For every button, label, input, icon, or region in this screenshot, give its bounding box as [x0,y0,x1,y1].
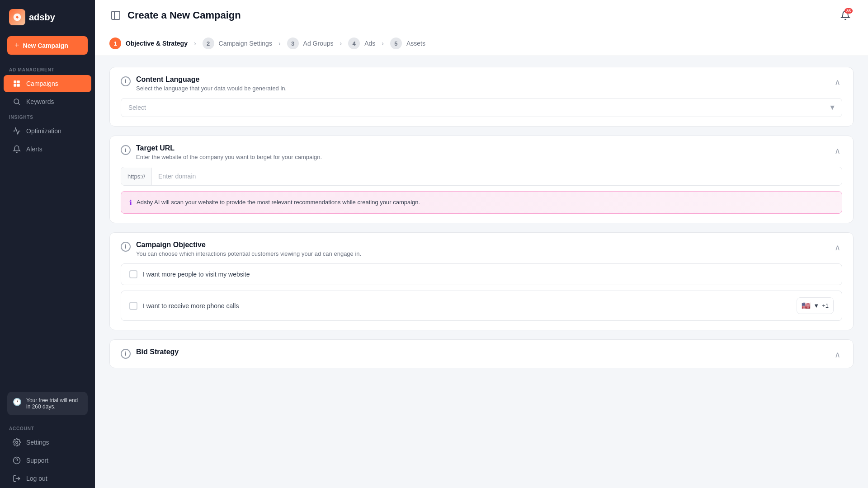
step-3-number: 3 [287,38,299,49]
country-select[interactable]: 🇺🇸 ▼ +1 [797,297,834,314]
ad-management-label: AD MANAGEMENT [0,64,95,75]
sidebar-item-optimization[interactable]: Optimization [4,122,91,140]
language-select[interactable]: Select [121,98,842,117]
phone-calls-checkbox[interactable] [129,302,137,310]
website-visits-checkbox[interactable] [129,270,137,278]
arrow-4-5: › [382,40,384,47]
website-visits-label: I want more people to visit my website [143,271,250,278]
svg-point-6 [16,441,18,444]
svg-rect-1 [14,80,16,83]
content-area: i Content Language Select the language t… [95,56,868,488]
sidebar-item-alerts[interactable]: Alerts [4,141,91,158]
step-4[interactable]: 4 Ads [348,38,375,49]
target-url-title: Target URL [136,144,322,152]
content-language-title: Content Language [136,75,287,84]
logout-icon [13,474,21,483]
content-language-info-icon: i [121,76,131,86]
domain-input[interactable] [152,167,842,185]
steps-bar: 1 Objective & Strategy › 2 Campaign Sett… [95,31,868,56]
step-1-label: Objective & Strategy [126,40,188,47]
language-select-wrapper: Select ▼ [121,98,842,117]
url-prefix: https:// [121,168,152,185]
sidebar-item-logout[interactable]: Log out [4,470,91,487]
step-5-number: 5 [390,38,402,49]
logout-label: Log out [26,475,47,482]
logo-text: adsby [29,12,55,23]
target-url-header: i Target URL Enter the website of the co… [110,136,853,167]
target-url-chevron[interactable]: ∧ [833,144,842,158]
bid-strategy-chevron[interactable]: ∧ [833,348,842,361]
step-4-label: Ads [364,40,375,47]
insights-label: INSIGHTS [0,111,95,122]
notification-button[interactable]: 35 [837,7,854,23]
step-5[interactable]: 5 Assets [390,38,425,49]
campaign-objective-text: Campaign Objective You can choose which … [136,241,361,257]
sidebar-item-keywords[interactable]: Keywords [4,93,91,110]
main-area: Create a New Campaign 35 1 Objective & S… [95,0,868,488]
sidebar: adsby + New Campaign AD MANAGEMENT Campa… [0,0,95,488]
step-3[interactable]: 3 Ad Groups [287,38,334,49]
ai-scan-banner: ℹ Adsby AI will scan your website to pro… [121,191,842,214]
step-2-number: 2 [203,38,214,49]
phone-input-group: 🇺🇸 ▼ +1 [797,297,834,314]
step-1-number: 1 [109,38,121,49]
account-label: ACCOUNT [0,422,95,434]
ai-scan-text: Adsby AI will scan your website to provi… [137,198,420,207]
svg-rect-3 [14,84,16,87]
step-3-label: Ad Groups [303,40,334,47]
optimization-icon [13,127,21,135]
campaign-objective-title: Campaign Objective [136,241,361,249]
keywords-label: Keywords [26,98,54,105]
phone-code: +1 [822,302,829,309]
campaign-objective-section: i Campaign Objective You can choose whic… [109,232,854,330]
sidebar-item-settings[interactable]: Settings [4,434,91,451]
campaigns-icon [13,80,21,88]
phone-calls-content: I want to receive more phone calls 🇺🇸 ▼ … [143,297,834,314]
logo: adsby [0,0,95,36]
plus-icon: + [14,41,19,50]
support-icon [13,456,21,465]
header: Create a New Campaign 35 [95,0,868,31]
campaign-objective-chevron[interactable]: ∧ [833,241,842,254]
flag-emoji: 🇺🇸 [802,301,811,310]
trial-text: Your free trial will end in 260 days. [26,397,82,410]
step-1[interactable]: 1 Objective & Strategy [109,38,188,49]
step-2[interactable]: 2 Campaign Settings [203,38,272,49]
trial-icon: 🕐 [13,398,22,406]
content-language-section: i Content Language Select the language t… [109,67,854,127]
bid-strategy-header-left: i Bid Strategy [121,348,179,359]
svg-rect-4 [17,84,20,87]
url-input-wrapper: https:// [121,167,842,186]
content-language-chevron[interactable]: ∧ [833,75,842,89]
content-language-body: Select ▼ [110,98,853,126]
bid-strategy-section: i Bid Strategy ∧ [109,339,854,368]
support-label: Support [26,457,48,464]
objective-phone-calls[interactable]: I want to receive more phone calls 🇺🇸 ▼ … [121,291,842,321]
target-url-section: i Target URL Enter the website of the co… [109,136,854,223]
arrow-2-3: › [278,40,281,47]
bid-strategy-info-icon: i [121,349,131,359]
dropdown-arrow: ▼ [813,302,819,309]
step-5-label: Assets [406,40,425,47]
step-2-label: Campaign Settings [219,40,272,47]
target-url-info-icon: i [121,145,131,155]
new-campaign-button[interactable]: + New Campaign [7,36,88,55]
settings-icon [13,438,21,446]
title-text: Create a New Campaign [127,9,241,21]
objective-website-visits[interactable]: I want more people to visit my website [121,263,842,285]
campaign-objective-subtitle: You can choose which interactions potent… [136,250,361,257]
campaign-objective-header: i Campaign Objective You can choose whic… [110,233,853,263]
svg-rect-10 [112,11,120,19]
content-language-header-left: i Content Language Select the language t… [121,75,287,92]
page-title: Create a New Campaign [109,9,241,22]
content-language-text: Content Language Select the language tha… [136,75,287,92]
sidebar-item-campaigns[interactable]: Campaigns [4,75,91,92]
optimization-label: Optimization [26,127,61,135]
content-language-header: i Content Language Select the language t… [110,67,853,98]
alerts-label: Alerts [26,145,42,153]
sidebar-item-support[interactable]: Support [4,452,91,469]
notification-badge: 35 [844,8,853,14]
campaign-objective-info-icon: i [121,242,131,252]
svg-rect-2 [17,80,20,83]
bid-strategy-header: i Bid Strategy ∧ [110,340,853,368]
